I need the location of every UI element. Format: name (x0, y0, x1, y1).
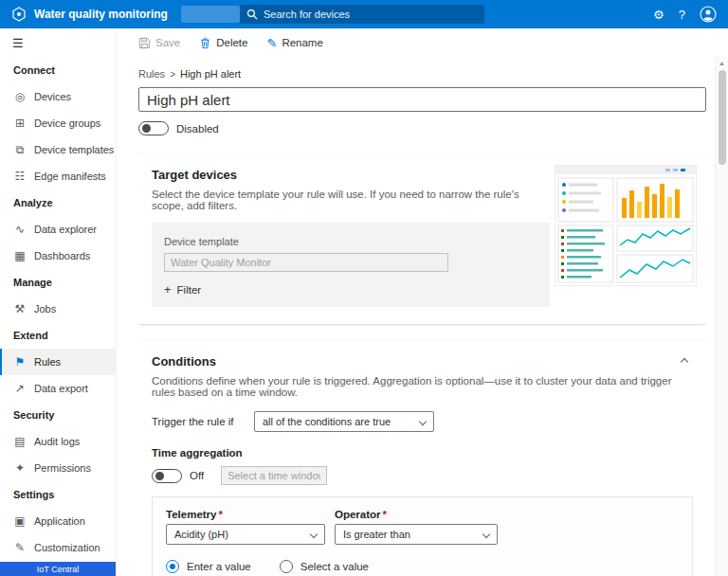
sidebar-section-manage: Manage (0, 269, 116, 296)
sidebar-item-data-export[interactable]: ↗ Data export (0, 375, 116, 402)
sidebar-item-customization[interactable]: ✎ Customization (0, 534, 116, 561)
add-filter-button[interactable]: + Filter (164, 283, 537, 296)
time-aggregation-label: Time aggregation (152, 447, 693, 459)
time-window-input (221, 466, 327, 485)
operator-label: Operator* (335, 509, 498, 520)
breadcrumb-current: High pH alert (180, 68, 241, 80)
rename-button[interactable]: ✎ Rename (266, 37, 322, 49)
rule-toggle-label: Disabled (176, 123, 219, 135)
data-explorer-icon: ∿ (13, 224, 27, 235)
rules-icon: ⚑ (13, 356, 27, 368)
scroll-up-icon[interactable]: ▲ (716, 60, 728, 66)
account-avatar[interactable] (700, 6, 717, 23)
devices-icon: ◎ (13, 91, 27, 102)
trash-icon (199, 37, 211, 49)
enter-value-radio[interactable] (166, 560, 179, 573)
data-export-icon: ↗ (13, 383, 27, 394)
select-value-label: Select a value (300, 561, 369, 572)
breadcrumb: Rules > High pH alert (138, 68, 706, 80)
sidebar-item-edge-manifests[interactable]: ☷ Edge manifests (0, 163, 116, 189)
breadcrumb-rules-link[interactable]: Rules (138, 68, 165, 80)
dashboard-preview-image (555, 165, 697, 286)
conditions-card: Conditions Conditions define when your r… (138, 341, 706, 576)
device-template-panel: Device template + Filter (152, 223, 550, 307)
select-value-radio[interactable] (280, 560, 293, 573)
save-button[interactable]: Save (138, 37, 180, 49)
help-icon[interactable]: ? (679, 9, 685, 21)
rule-enabled-toggle[interactable] (138, 121, 169, 135)
sidebar-section-security: Security (0, 402, 116, 428)
customization-icon: ✎ (13, 542, 27, 553)
operator-dropdown[interactable]: Is greater than (335, 524, 498, 545)
settings-gear-icon[interactable]: ⚙ (653, 9, 664, 21)
sidebar-section-analyze: Analyze (0, 189, 116, 216)
target-devices-card: Target devices Select the device templat… (138, 154, 706, 324)
sidebar-item-permissions[interactable]: ✦ Permissions (0, 455, 116, 481)
device-template-input (164, 253, 448, 272)
rename-icon: ✎ (266, 37, 277, 49)
sidebar-item-device-groups[interactable]: ⊞ Device groups (0, 110, 116, 136)
breadcrumb-separator: > (170, 69, 175, 80)
sidebar-section-extend: Extend (0, 322, 116, 349)
scrollbar-thumb[interactable] (719, 70, 726, 165)
sidebar-item-application[interactable]: ▣ Application (0, 508, 116, 534)
jobs-icon: ⚒ (13, 303, 27, 315)
device-template-label: Device template (164, 236, 239, 247)
telemetry-dropdown[interactable]: Acidity (pH) (166, 524, 325, 545)
enter-value-label: Enter a value (187, 561, 251, 572)
device-templates-icon: ⧉ (13, 144, 27, 155)
main-pane: Save Delete ✎ Rename Rules > High pH ale… (117, 28, 728, 576)
app-title: Water quality monitoring (34, 8, 168, 21)
menu-icon: ☰ (12, 36, 24, 50)
sidebar-item-audit-logs[interactable]: ▤ Audit logs (0, 428, 116, 455)
toggle-knob (155, 472, 164, 480)
time-aggregation-state: Off (190, 470, 204, 481)
sidebar-item-data-explorer[interactable]: ∿ Data explorer (0, 216, 116, 243)
collapse-chevron-icon[interactable] (681, 357, 688, 365)
audit-logs-icon: ▤ (13, 436, 27, 447)
environment-badge (181, 6, 240, 23)
time-aggregation-toggle[interactable] (152, 469, 182, 483)
chevron-down-icon (419, 418, 427, 425)
search-icon (246, 9, 258, 20)
save-icon (138, 37, 151, 49)
delete-button[interactable]: Delete (199, 37, 247, 49)
trigger-label: Trigger the rule if (152, 416, 254, 427)
sidebar-section-connect: Connect (0, 57, 116, 83)
trigger-condition-dropdown[interactable]: all of the conditions are true (254, 411, 434, 432)
chevron-down-icon (310, 531, 318, 538)
content-area: Rules > High pH alert Disabled Target de… (138, 57, 706, 576)
conditions-description: Conditions define when your rule is trig… (152, 375, 693, 398)
sidebar-item-devices[interactable]: ◎ Devices (0, 83, 116, 110)
target-devices-description: Select the device template your rule wil… (152, 189, 550, 211)
command-bar: Save Delete ✎ Rename (117, 28, 728, 57)
required-marker: * (218, 509, 222, 520)
sidebar: ☰ Connect ◎ Devices ⊞ Device groups ⧉ De… (0, 28, 117, 576)
telemetry-label: Telemetry* (166, 509, 325, 520)
rule-name-input[interactable] (138, 87, 706, 112)
sidebar-section-settings: Settings (0, 481, 116, 508)
condition-row-panel: Telemetry* Acidity (pH) Operator* (152, 496, 693, 576)
required-marker: * (383, 509, 387, 520)
global-search[interactable] (240, 5, 484, 24)
conditions-title: Conditions (152, 354, 216, 369)
top-bar: Water quality monitoring ⚙ ? (0, 0, 728, 28)
menu-button[interactable]: ☰ (0, 28, 116, 57)
application-icon: ▣ (13, 515, 27, 527)
toggle-knob (142, 124, 151, 133)
device-groups-icon: ⊞ (13, 117, 27, 129)
edge-manifests-icon: ☷ (13, 171, 27, 182)
app-logo-icon (11, 7, 27, 22)
sidebar-item-dashboards[interactable]: ▦ Dashboards (0, 243, 116, 269)
scrollbar[interactable]: ▲ (715, 57, 728, 576)
chevron-down-icon (482, 531, 490, 538)
dashboards-icon: ▦ (13, 250, 27, 261)
permissions-icon: ✦ (13, 462, 27, 474)
sidebar-item-rules[interactable]: ⚑ Rules (0, 349, 116, 375)
search-input[interactable] (264, 9, 478, 20)
sidebar-item-jobs[interactable]: ⚒ Jobs (0, 296, 116, 322)
sidebar-item-device-templates[interactable]: ⧉ Device templates (0, 136, 116, 163)
app-window: Water quality monitoring ⚙ ? ☰ Connect ◎… (0, 0, 728, 576)
sidebar-footer-banner[interactable]: IoT Central (0, 562, 116, 576)
plus-icon: + (164, 283, 172, 296)
